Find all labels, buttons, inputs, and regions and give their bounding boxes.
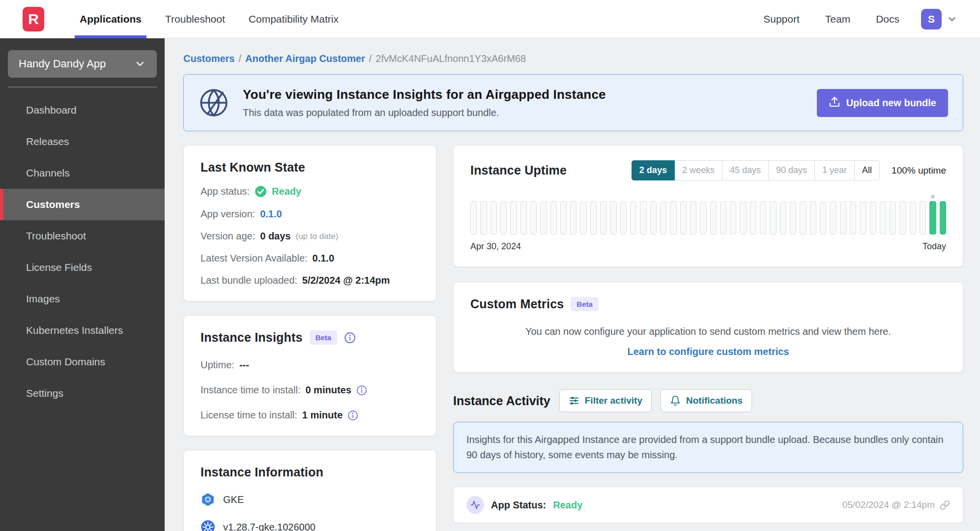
- uptime-bar-up[interactable]: [929, 201, 936, 235]
- info-icon[interactable]: [344, 332, 356, 344]
- uptime-bar-empty[interactable]: [750, 201, 756, 235]
- uptime-percentage: 100% uptime: [892, 165, 946, 176]
- uptime-bar-empty[interactable]: [710, 201, 717, 235]
- sidebar-item-channels[interactable]: Channels: [0, 157, 165, 189]
- sidebar-item-settings[interactable]: Settings: [0, 378, 165, 409]
- instance-uptime-title: Instance Uptime: [470, 163, 567, 177]
- topnav-item-docs[interactable]: Docs: [863, 13, 912, 25]
- topnav-item-team[interactable]: Team: [812, 13, 863, 25]
- uptime-bar-empty[interactable]: [850, 201, 856, 235]
- uptime-bar-empty[interactable]: [610, 201, 616, 235]
- uptime-bar-empty[interactable]: [730, 201, 736, 235]
- uptime-bar-empty[interactable]: [910, 201, 916, 235]
- filter-activity-button[interactable]: Filter activity: [559, 389, 652, 412]
- upload-new-bundle-button[interactable]: Upload new bundle: [817, 89, 948, 117]
- info-icon[interactable]: [356, 385, 367, 396]
- uptime-bar-empty[interactable]: [590, 201, 597, 235]
- uptime-bar-empty[interactable]: [700, 201, 706, 235]
- sidebar-item-dashboard[interactable]: Dashboard: [0, 94, 165, 126]
- uptime-bar-empty[interactable]: [680, 201, 687, 235]
- uptime-bar-empty[interactable]: [860, 201, 866, 235]
- last-bundle-label: Last bundle uploaded:: [201, 275, 297, 286]
- event-link-icon[interactable]: [940, 500, 950, 510]
- uptime-bar-empty[interactable]: [720, 201, 726, 235]
- uptime-bar-empty[interactable]: [630, 201, 636, 235]
- user-avatar[interactable]: S: [921, 9, 942, 30]
- app-status-label: App status:: [201, 186, 250, 197]
- uptime-bar-empty[interactable]: [560, 201, 567, 235]
- topnav-item-troubleshoot[interactable]: Troubleshoot: [153, 0, 237, 38]
- topnav-item-support[interactable]: Support: [750, 13, 812, 25]
- uptime-bar-empty[interactable]: [490, 201, 497, 235]
- chevron-down-icon: [134, 58, 146, 70]
- version-age-note: (up to date): [295, 232, 338, 241]
- uptime-bar-empty[interactable]: [600, 201, 606, 235]
- uptime-bar-empty[interactable]: [570, 201, 576, 235]
- uptime-bar-empty[interactable]: [810, 201, 816, 235]
- uptime-bar-empty[interactable]: [650, 201, 657, 235]
- sidebar-item-license-fields[interactable]: License Fields: [0, 252, 165, 283]
- uptime-bar-empty[interactable]: [550, 201, 557, 235]
- uptime-bar-empty[interactable]: [480, 201, 487, 235]
- uptime-bar-empty[interactable]: [670, 201, 676, 235]
- uptime-bar-empty[interactable]: [780, 201, 786, 235]
- uptime-range-1-year[interactable]: 1 year: [814, 160, 855, 180]
- sidebar-item-images[interactable]: Images: [0, 283, 165, 315]
- uptime-bar-empty[interactable]: [660, 201, 666, 235]
- info-icon[interactable]: [347, 410, 358, 421]
- last-known-state-title: Last Known State: [201, 160, 419, 175]
- uptime-bar-empty[interactable]: [470, 201, 477, 235]
- uptime-bar-empty[interactable]: [920, 201, 926, 235]
- uptime-range-all[interactable]: All: [854, 160, 880, 180]
- uptime-range-2-days[interactable]: 2 days: [632, 160, 675, 180]
- uptime-bar-empty[interactable]: [890, 201, 896, 235]
- uptime-bar-up[interactable]: [940, 201, 946, 235]
- uptime-bar-empty[interactable]: [870, 201, 876, 235]
- replicated-logo[interactable]: R: [23, 7, 44, 31]
- uptime-bar-empty[interactable]: [540, 201, 547, 235]
- custom-metrics-description: You can now configure your application t…: [470, 326, 946, 337]
- uptime-bar-empty[interactable]: [510, 201, 517, 235]
- uptime-bar-empty[interactable]: [820, 201, 826, 235]
- uptime-bar-empty[interactable]: [880, 201, 886, 235]
- uptime-bar-empty[interactable]: [580, 201, 586, 235]
- uptime-bar-empty[interactable]: [520, 201, 527, 235]
- topnav-item-applications[interactable]: Applications: [68, 0, 153, 38]
- uptime-bar-empty[interactable]: [690, 201, 696, 235]
- uptime-bar-empty[interactable]: [530, 201, 537, 235]
- uptime-bar-empty[interactable]: [620, 201, 627, 235]
- uptime-bar-empty[interactable]: [760, 201, 766, 235]
- notifications-button[interactable]: Notifications: [661, 389, 752, 412]
- topnav-item-compatibility-matrix[interactable]: Compatibility Matrix: [237, 0, 350, 38]
- breadcrumb-item-another-airgap-customer[interactable]: Another Airgap Customer: [245, 53, 365, 64]
- sidebar-item-custom-domains[interactable]: Custom Domains: [0, 346, 165, 378]
- uptime-bar-empty[interactable]: [899, 201, 906, 235]
- uptime-bar-empty[interactable]: [500, 201, 507, 235]
- sidebar-item-kubernetes-installers[interactable]: Kubernetes Installers: [0, 315, 165, 346]
- breadcrumb-item-customers[interactable]: Customers: [183, 53, 234, 64]
- topnav-right: SupportTeamDocs S: [750, 9, 957, 30]
- sidebar-item-releases[interactable]: Releases: [0, 126, 165, 157]
- instance-install-value: 0 minutes: [305, 384, 351, 396]
- uptime-range-45-days[interactable]: 45 days: [722, 160, 769, 180]
- configure-custom-metrics-link[interactable]: Learn to configure custom metrics: [628, 346, 789, 357]
- sidebar-item-customers[interactable]: Customers: [0, 189, 165, 220]
- app-selector-dropdown[interactable]: Handy Dandy App: [8, 50, 157, 78]
- sidebar-item-troubleshoot[interactable]: Troubleshoot: [0, 220, 165, 252]
- account-chevron-down-icon[interactable]: [947, 14, 957, 25]
- uptime-bar-empty[interactable]: [840, 201, 846, 235]
- uptime-bar-empty[interactable]: [790, 201, 796, 235]
- uptime-bar-empty[interactable]: [740, 201, 746, 235]
- topnav-items: ApplicationsTroubleshootCompatibility Ma…: [68, 0, 350, 38]
- kubernetes-icon: [201, 520, 215, 531]
- uptime-bar-empty[interactable]: [800, 201, 806, 235]
- uptime-bar-empty[interactable]: [640, 201, 646, 235]
- upload-icon: [829, 96, 840, 110]
- activity-events-list: App Status:Ready05/02/2024 @ 2:14pmApp S…: [453, 487, 963, 531]
- app-version-link[interactable]: 0.1.0: [260, 208, 282, 220]
- uptime-range-2-weeks[interactable]: 2 weeks: [674, 160, 722, 180]
- uptime-label: Uptime:: [201, 359, 234, 371]
- uptime-bar-empty[interactable]: [770, 201, 776, 235]
- uptime-bar-empty[interactable]: [830, 201, 836, 235]
- uptime-range-90-days[interactable]: 90 days: [768, 160, 815, 180]
